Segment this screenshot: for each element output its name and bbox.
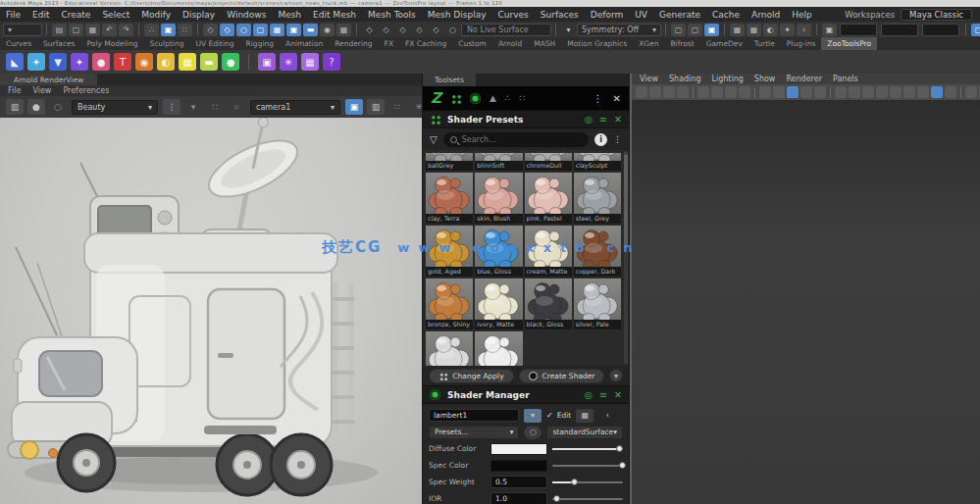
save-scene-button[interactable] bbox=[85, 24, 100, 36]
snap-grid-icon[interactable] bbox=[362, 24, 377, 36]
pin-toolset-icon[interactable] bbox=[585, 114, 593, 125]
chevron-down-icon[interactable] bbox=[184, 99, 202, 115]
menubar-item-deform[interactable]: Deform bbox=[585, 10, 629, 20]
zoo-shelf-tool-icon[interactable] bbox=[71, 53, 88, 71]
browser-scrollbar[interactable] bbox=[624, 152, 628, 364]
zoo-shelf-tool-icon[interactable] bbox=[27, 53, 45, 71]
shader-type-dropdown[interactable]: standardSurface bbox=[546, 426, 623, 439]
shader-preset-item-white-matte[interactable]: white, Matte bbox=[475, 331, 522, 366]
ior-field[interactable]: 1.0 bbox=[490, 492, 547, 504]
more-options-button[interactable] bbox=[609, 369, 623, 382]
shader-preset-thumbnail[interactable] bbox=[475, 278, 522, 320]
collapse-button[interactable] bbox=[598, 409, 616, 423]
shader-preset-item-copper-dark[interactable]: copper, Dark bbox=[574, 226, 621, 277]
shelf-tab-fx-caching[interactable]: FX Caching bbox=[399, 37, 452, 50]
spec-color-slider[interactable] bbox=[552, 465, 623, 467]
shelf-tab-motion-graphics[interactable]: Motion Graphics bbox=[561, 37, 633, 50]
viewport-display-icon[interactable] bbox=[931, 86, 943, 98]
presets-dropdown[interactable]: Presets... bbox=[429, 426, 519, 439]
shader-preset-item-pink-pastel[interactable]: pink, Pastel bbox=[525, 173, 572, 224]
light-editor-button[interactable] bbox=[763, 24, 778, 36]
viewport-display-icon[interactable] bbox=[677, 86, 689, 98]
edit-checkbox[interactable]: Edit bbox=[546, 411, 571, 420]
window-close-icon[interactable] bbox=[613, 93, 621, 104]
menubar-item-mesh[interactable]: Mesh bbox=[272, 10, 307, 20]
shelf-tab-curves[interactable]: Curves bbox=[0, 37, 37, 50]
viewport-menu-shading[interactable]: Shading bbox=[669, 75, 701, 83]
input-field-x[interactable] bbox=[840, 24, 877, 36]
viewport-display-icon[interactable] bbox=[917, 86, 929, 98]
toolset-menu-icon[interactable] bbox=[599, 389, 607, 400]
shelf-tab-turtle[interactable]: Turtle bbox=[748, 37, 781, 50]
shader-preset-item-silver-pale[interactable]: silver, Pale bbox=[574, 278, 621, 329]
shader-preset-thumbnail[interactable] bbox=[426, 173, 473, 214]
render-view-menu-preferences[interactable]: Preferences bbox=[63, 86, 109, 95]
rendered-image-canvas[interactable] bbox=[0, 118, 422, 504]
info-icon[interactable] bbox=[594, 133, 607, 146]
camera-dropdown[interactable]: camera1 bbox=[250, 100, 340, 115]
selection-mask-2[interactable] bbox=[236, 24, 251, 36]
search-input[interactable]: Search... bbox=[443, 132, 589, 147]
shader-preset-thumbnail[interactable] bbox=[426, 153, 473, 161]
viewport-menu-lighting[interactable]: Lighting bbox=[711, 75, 743, 83]
transform-mode-icon[interactable] bbox=[971, 24, 980, 36]
viewport-display-icon[interactable] bbox=[849, 86, 860, 98]
viewport-display-icon[interactable] bbox=[649, 86, 661, 98]
viewport-display-icon[interactable] bbox=[787, 86, 799, 98]
viewport-menu-renderer[interactable]: Renderer bbox=[786, 75, 822, 83]
viewport-display-icon[interactable] bbox=[759, 86, 771, 98]
menubar-item-curves[interactable]: Curves bbox=[492, 10, 535, 20]
shader-preset-item-ivory-matte[interactable]: ivory, Matte bbox=[475, 278, 522, 329]
render-current-frame-button[interactable] bbox=[688, 24, 702, 36]
ipr-render-button[interactable] bbox=[704, 24, 719, 36]
menubar-item-file[interactable]: File bbox=[0, 10, 26, 20]
shader-preset-item-claysculpt[interactable]: claySculpt bbox=[574, 153, 621, 171]
record-render-icon[interactable] bbox=[27, 99, 45, 115]
shelf-tab-arnold[interactable]: Arnold bbox=[492, 37, 528, 50]
viewport-display-icon[interactable] bbox=[773, 86, 785, 98]
shelf-tab-poly-modeling[interactable]: Poly Modeling bbox=[81, 37, 144, 50]
lock-selection-button[interactable] bbox=[320, 24, 335, 36]
snap-view-plane-icon[interactable] bbox=[429, 24, 443, 36]
viewport-display-icon[interactable] bbox=[636, 86, 647, 98]
render-settings-button[interactable] bbox=[730, 24, 745, 36]
snap-projected-icon[interactable] bbox=[412, 24, 427, 36]
menubar-item-mesh-display[interactable]: Mesh Display bbox=[422, 10, 492, 20]
shader-manager-header[interactable]: Shader Manager bbox=[423, 385, 629, 404]
menubar-item-uv[interactable]: UV bbox=[629, 10, 653, 20]
shader-preset-item-black-gloss[interactable]: black, Gloss bbox=[525, 278, 572, 329]
viewport-display-icon[interactable] bbox=[814, 86, 826, 98]
input-mode-icon[interactable] bbox=[822, 24, 837, 36]
shader-preset-thumbnail[interactable] bbox=[426, 278, 473, 320]
viewport-display-icon[interactable] bbox=[945, 86, 956, 98]
zoo-shelf-tool-icon[interactable] bbox=[49, 53, 67, 71]
zoo-shelf-tool-icon[interactable] bbox=[135, 53, 153, 71]
make-live-icon[interactable] bbox=[445, 24, 460, 36]
hypershade-button[interactable] bbox=[747, 24, 761, 36]
toolsets-tab[interactable]: Toolsets bbox=[423, 74, 476, 86]
menubar-item-generate[interactable]: Generate bbox=[653, 10, 706, 20]
shelf-tab-sculpting[interactable]: Sculpting bbox=[143, 37, 189, 50]
menubar-item-edit-mesh[interactable]: Edit Mesh bbox=[307, 10, 362, 20]
change-apply-button[interactable]: Change Apply bbox=[429, 369, 514, 383]
snapshot-icon[interactable] bbox=[6, 99, 24, 115]
utilities-group-icon[interactable] bbox=[505, 93, 511, 103]
menubar-item-display[interactable]: Display bbox=[177, 10, 221, 20]
viewport-menu-show[interactable]: Show bbox=[754, 75, 776, 83]
select-object-mode-button[interactable] bbox=[161, 24, 176, 36]
menubar-item-edit[interactable]: Edit bbox=[26, 10, 55, 20]
scrollbar-handle[interactable] bbox=[624, 154, 628, 248]
shader-preset-thumbnail[interactable] bbox=[426, 331, 473, 366]
create-shader-button[interactable]: Create Shader bbox=[519, 369, 604, 383]
shelf-tab-gamedev[interactable]: GameDev bbox=[700, 37, 748, 50]
menubar-item-arnold[interactable]: Arnold bbox=[746, 10, 786, 20]
shelf-tab-plug-ins[interactable]: Plug-ins bbox=[781, 37, 822, 50]
snap-to-grid-button[interactable] bbox=[203, 24, 218, 36]
viewport-canvas[interactable] bbox=[632, 100, 980, 504]
shader-preset-thumbnail[interactable] bbox=[574, 226, 621, 267]
render-view-menu-file[interactable]: File bbox=[8, 86, 21, 95]
shader-presets-group-icon[interactable] bbox=[450, 93, 461, 104]
zoo-shelf-tool-icon[interactable] bbox=[92, 53, 110, 71]
toolset-menu-icon[interactable] bbox=[599, 114, 607, 125]
zoo-shelf-tool-icon[interactable] bbox=[6, 53, 24, 71]
